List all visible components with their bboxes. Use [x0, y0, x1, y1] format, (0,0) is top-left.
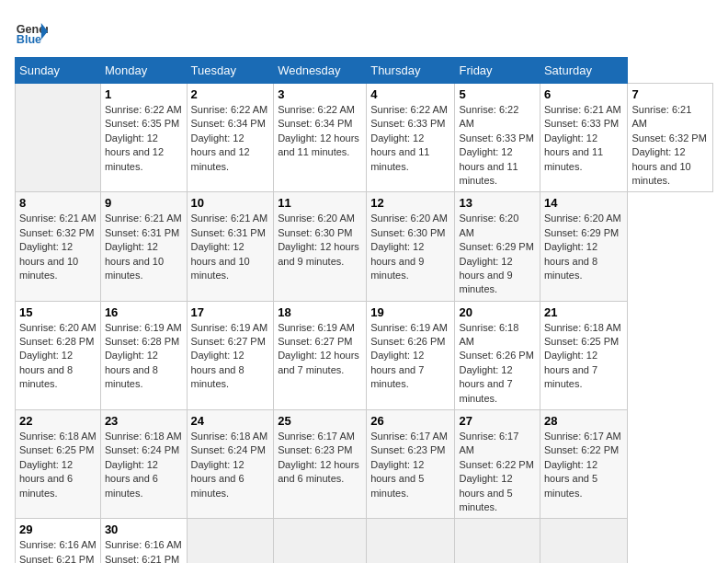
day-info: Sunrise: 6:20 AMSunset: 6:30 PMDaylight:… — [370, 213, 448, 281]
calendar-week-1: 1Sunrise: 6:22 AMSunset: 6:35 PMDaylight… — [16, 84, 713, 192]
day-number: 18 — [278, 305, 362, 319]
day-number: 26 — [370, 414, 450, 428]
day-cell-29: 29Sunrise: 6:16 AMSunset: 6:21 PMDayligh… — [16, 519, 101, 563]
day-info: Sunrise: 6:18 AMSunset: 6:24 PMDaylight:… — [105, 431, 182, 499]
day-info: Sunrise: 6:19 AMSunset: 6:27 PMDaylight:… — [191, 322, 268, 390]
day-info: Sunrise: 6:16 AMSunset: 6:21 PMDaylight:… — [105, 539, 182, 563]
day-info: Sunrise: 6:22 AMSunset: 6:33 PMDaylight:… — [370, 104, 448, 172]
column-header-tuesday: Tuesday — [187, 58, 274, 84]
day-cell-8: 8Sunrise: 6:21 AMSunset: 6:32 PMDaylight… — [16, 192, 101, 301]
calendar-week-3: 15Sunrise: 6:20 AMSunset: 6:28 PMDayligh… — [16, 301, 713, 409]
column-header-friday: Friday — [455, 58, 540, 84]
day-number: 4 — [370, 87, 450, 101]
day-info: Sunrise: 6:21 AMSunset: 6:33 PMDaylight:… — [544, 104, 621, 172]
day-cell-5: 5Sunrise: 6:22 AMSunset: 6:33 PMDaylight… — [455, 84, 540, 192]
day-cell-27: 27Sunrise: 6:17 AMSunset: 6:22 PMDayligh… — [455, 410, 540, 519]
page-header: General Blue — [15, 15, 713, 48]
day-number: 28 — [544, 414, 624, 428]
day-cell-13: 13Sunrise: 6:20 AMSunset: 6:29 PMDayligh… — [455, 192, 540, 301]
day-info: Sunrise: 6:20 AMSunset: 6:29 PMDaylight:… — [459, 213, 533, 294]
column-header-thursday: Thursday — [367, 58, 455, 84]
day-number: 10 — [191, 196, 270, 210]
day-info: Sunrise: 6:17 AMSunset: 6:22 PMDaylight:… — [544, 431, 621, 499]
day-cell-4: 4Sunrise: 6:22 AMSunset: 6:33 PMDaylight… — [367, 84, 455, 192]
day-number: 17 — [191, 305, 270, 319]
day-number: 9 — [105, 196, 183, 210]
day-info: Sunrise: 6:21 AMSunset: 6:31 PMDaylight:… — [105, 213, 182, 281]
day-info: Sunrise: 6:18 AMSunset: 6:24 PMDaylight:… — [191, 431, 268, 499]
day-number: 15 — [19, 305, 97, 319]
day-info: Sunrise: 6:17 AMSunset: 6:23 PMDaylight:… — [370, 431, 448, 499]
day-info: Sunrise: 6:19 AMSunset: 6:27 PMDaylight:… — [278, 322, 359, 375]
day-number: 14 — [544, 196, 624, 210]
day-number: 3 — [278, 87, 362, 101]
day-info: Sunrise: 6:17 AMSunset: 6:22 PMDaylight:… — [459, 431, 533, 512]
empty-cell — [455, 519, 540, 563]
day-cell-21: 21Sunrise: 6:18 AMSunset: 6:25 PMDayligh… — [540, 301, 628, 409]
day-number: 11 — [278, 196, 362, 210]
day-cell-18: 18Sunrise: 6:19 AMSunset: 6:27 PMDayligh… — [274, 301, 367, 409]
calendar-header-row: SundayMondayTuesdayWednesdayThursdayFrid… — [16, 58, 713, 84]
day-number: 24 — [191, 414, 270, 428]
empty-cell — [540, 519, 628, 563]
day-cell-2: 2Sunrise: 6:22 AMSunset: 6:34 PMDaylight… — [187, 84, 274, 192]
empty-cell — [187, 519, 274, 563]
day-cell-1: 1Sunrise: 6:22 AMSunset: 6:35 PMDaylight… — [100, 84, 187, 192]
day-info: Sunrise: 6:18 AMSunset: 6:25 PMDaylight:… — [544, 322, 621, 390]
day-cell-15: 15Sunrise: 6:20 AMSunset: 6:28 PMDayligh… — [16, 301, 101, 409]
day-cell-7: 7Sunrise: 6:21 AMSunset: 6:32 PMDaylight… — [628, 84, 713, 192]
day-cell-22: 22Sunrise: 6:18 AMSunset: 6:25 PMDayligh… — [16, 410, 101, 519]
day-cell-3: 3Sunrise: 6:22 AMSunset: 6:34 PMDaylight… — [274, 84, 367, 192]
column-header-wednesday: Wednesday — [274, 58, 367, 84]
column-header-saturday: Saturday — [540, 58, 628, 84]
day-cell-12: 12Sunrise: 6:20 AMSunset: 6:30 PMDayligh… — [367, 192, 455, 301]
day-number: 22 — [19, 414, 97, 428]
day-cell-23: 23Sunrise: 6:18 AMSunset: 6:24 PMDayligh… — [100, 410, 187, 519]
day-number: 6 — [544, 87, 624, 101]
day-cell-28: 28Sunrise: 6:17 AMSunset: 6:22 PMDayligh… — [540, 410, 628, 519]
day-number: 13 — [459, 196, 535, 210]
day-cell-16: 16Sunrise: 6:19 AMSunset: 6:28 PMDayligh… — [100, 301, 187, 409]
day-info: Sunrise: 6:18 AMSunset: 6:25 PMDaylight:… — [19, 431, 97, 499]
empty-cell — [274, 519, 367, 563]
day-cell-19: 19Sunrise: 6:19 AMSunset: 6:26 PMDayligh… — [367, 301, 455, 409]
calendar-week-4: 22Sunrise: 6:18 AMSunset: 6:25 PMDayligh… — [16, 410, 713, 519]
day-info: Sunrise: 6:19 AMSunset: 6:28 PMDaylight:… — [105, 322, 182, 390]
logo: General Blue — [15, 15, 48, 48]
empty-cell — [16, 84, 101, 192]
svg-text:Blue: Blue — [17, 33, 41, 46]
day-cell-11: 11Sunrise: 6:20 AMSunset: 6:30 PMDayligh… — [274, 192, 367, 301]
day-info: Sunrise: 6:20 AMSunset: 6:29 PMDaylight:… — [544, 213, 621, 281]
day-cell-25: 25Sunrise: 6:17 AMSunset: 6:23 PMDayligh… — [274, 410, 367, 519]
day-info: Sunrise: 6:20 AMSunset: 6:30 PMDaylight:… — [278, 213, 359, 266]
day-number: 21 — [544, 305, 624, 319]
day-number: 23 — [105, 414, 183, 428]
day-info: Sunrise: 6:18 AMSunset: 6:26 PMDaylight:… — [459, 322, 533, 404]
empty-cell — [367, 519, 455, 563]
day-cell-20: 20Sunrise: 6:18 AMSunset: 6:26 PMDayligh… — [455, 301, 540, 409]
day-info: Sunrise: 6:21 AMSunset: 6:32 PMDaylight:… — [631, 104, 706, 186]
logo-icon: General Blue — [15, 15, 48, 48]
calendar-week-5: 29Sunrise: 6:16 AMSunset: 6:21 PMDayligh… — [16, 519, 713, 563]
day-info: Sunrise: 6:19 AMSunset: 6:26 PMDaylight:… — [370, 322, 448, 390]
day-number: 29 — [19, 523, 97, 536]
column-header-monday: Monday — [100, 58, 187, 84]
day-number: 7 — [631, 87, 709, 101]
day-info: Sunrise: 6:20 AMSunset: 6:28 PMDaylight:… — [19, 322, 97, 390]
day-info: Sunrise: 6:22 AMSunset: 6:35 PMDaylight:… — [105, 104, 182, 172]
day-number: 12 — [370, 196, 450, 210]
day-number: 8 — [19, 196, 97, 210]
day-number: 20 — [459, 305, 535, 319]
column-header-sunday: Sunday — [16, 58, 101, 84]
day-info: Sunrise: 6:16 AMSunset: 6:21 PMDaylight:… — [19, 539, 97, 563]
day-cell-24: 24Sunrise: 6:18 AMSunset: 6:24 PMDayligh… — [187, 410, 274, 519]
day-cell-10: 10Sunrise: 6:21 AMSunset: 6:31 PMDayligh… — [187, 192, 274, 301]
day-info: Sunrise: 6:22 AMSunset: 6:34 PMDaylight:… — [191, 104, 268, 172]
day-cell-30: 30Sunrise: 6:16 AMSunset: 6:21 PMDayligh… — [100, 519, 187, 563]
day-number: 2 — [191, 87, 270, 101]
day-number: 19 — [370, 305, 450, 319]
calendar-week-2: 8Sunrise: 6:21 AMSunset: 6:32 PMDaylight… — [16, 192, 713, 301]
day-cell-14: 14Sunrise: 6:20 AMSunset: 6:29 PMDayligh… — [540, 192, 628, 301]
day-info: Sunrise: 6:21 AMSunset: 6:31 PMDaylight:… — [191, 213, 268, 281]
day-number: 1 — [105, 87, 183, 101]
